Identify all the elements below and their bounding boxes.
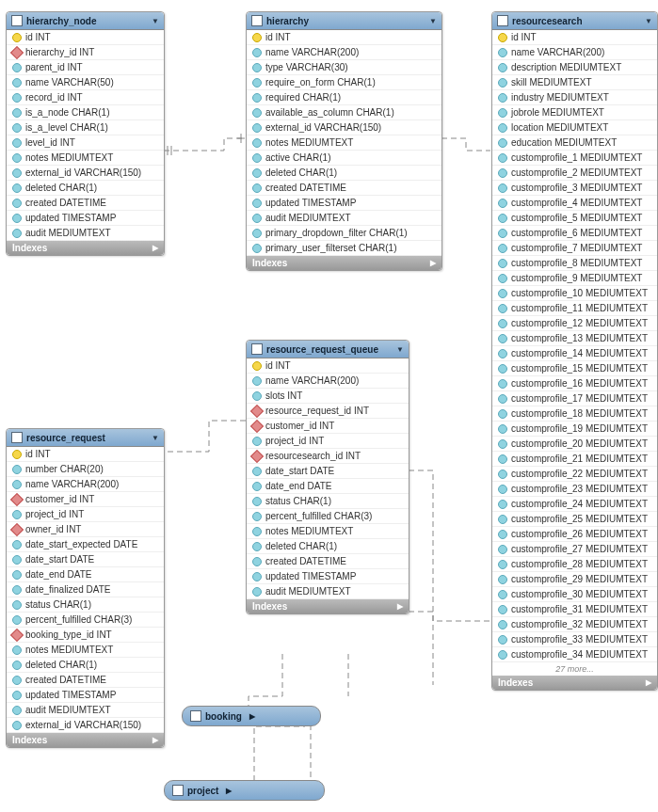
column-row[interactable]: external_id VARCHAR(150): [247, 120, 441, 135]
column-row[interactable]: customprofile_6 MEDIUMTEXT: [492, 226, 657, 241]
column-row[interactable]: external_id VARCHAR(150): [7, 718, 164, 733]
column-row[interactable]: required CHAR(1): [247, 90, 441, 105]
column-row[interactable]: percent_fulfilled CHAR(3): [7, 613, 164, 628]
column-row[interactable]: customprofile_33 MEDIUMTEXT: [492, 632, 657, 647]
column-row[interactable]: location MEDIUMTEXT: [492, 120, 657, 135]
column-row[interactable]: customprofile_27 MEDIUMTEXT: [492, 542, 657, 557]
column-row[interactable]: require_on_form CHAR(1): [247, 75, 441, 90]
column-row[interactable]: record_id INT: [7, 90, 164, 105]
column-row[interactable]: skill MEDIUMTEXT: [492, 75, 657, 90]
column-row[interactable]: deleted CHAR(1): [7, 181, 164, 196]
column-row[interactable]: status CHAR(1): [247, 494, 409, 509]
column-row[interactable]: customprofile_21 MEDIUMTEXT: [492, 452, 657, 467]
table-resource_request_queue[interactable]: resource_request_queue▼id INTname VARCHA…: [246, 340, 409, 614]
column-row[interactable]: customprofile_32 MEDIUMTEXT: [492, 617, 657, 632]
column-row[interactable]: deleted CHAR(1): [247, 539, 409, 554]
column-row[interactable]: updated TIMESTAMP: [7, 688, 164, 703]
collapsed-table-project[interactable]: project▶: [164, 780, 325, 801]
column-row[interactable]: customprofile_11 MEDIUMTEXT: [492, 301, 657, 316]
column-row[interactable]: name VARCHAR(200): [492, 45, 657, 60]
table-resourcesearch[interactable]: resourcesearch▼id INTname VARCHAR(200)de…: [491, 11, 658, 691]
column-row[interactable]: customprofile_34 MEDIUMTEXT: [492, 647, 657, 662]
column-row[interactable]: notes MEDIUMTEXT: [247, 135, 441, 151]
column-row[interactable]: updated TIMESTAMP: [247, 569, 409, 584]
column-row[interactable]: id INT: [7, 447, 164, 462]
column-row[interactable]: audit MEDIUMTEXT: [247, 584, 409, 599]
column-row[interactable]: status CHAR(1): [7, 597, 164, 613]
column-row[interactable]: customprofile_15 MEDIUMTEXT: [492, 361, 657, 376]
column-row[interactable]: resourcesearch_id INT: [247, 449, 409, 464]
column-row[interactable]: jobrole MEDIUMTEXT: [492, 105, 657, 120]
column-row[interactable]: customprofile_29 MEDIUMTEXT: [492, 572, 657, 587]
column-row[interactable]: type VARCHAR(30): [247, 60, 441, 75]
column-row[interactable]: customprofile_9 MEDIUMTEXT: [492, 271, 657, 286]
column-row[interactable]: notes MEDIUMTEXT: [247, 524, 409, 539]
column-row[interactable]: customprofile_31 MEDIUMTEXT: [492, 602, 657, 617]
column-row[interactable]: owner_id INT: [7, 522, 164, 537]
column-row[interactable]: created DATETIME: [247, 181, 441, 196]
column-row[interactable]: customprofile_5 MEDIUMTEXT: [492, 211, 657, 226]
column-row[interactable]: slots INT: [247, 389, 409, 404]
column-row[interactable]: name VARCHAR(200): [247, 374, 409, 389]
collapsed-table-booking[interactable]: booking▶: [182, 706, 321, 726]
column-row[interactable]: primary_dropdown_filter CHAR(1): [247, 226, 441, 241]
column-row[interactable]: hierarchy_id INT: [7, 45, 164, 60]
table-header[interactable]: hierarchy▼: [247, 12, 441, 30]
column-row[interactable]: customprofile_20 MEDIUMTEXT: [492, 437, 657, 452]
column-row[interactable]: date_end DATE: [247, 479, 409, 494]
column-row[interactable]: project_id INT: [247, 434, 409, 449]
table-hierarchy_node[interactable]: hierarchy_node▼id INThierarchy_id INTpar…: [6, 11, 165, 256]
column-row[interactable]: customprofile_2 MEDIUMTEXT: [492, 166, 657, 181]
column-row[interactable]: customprofile_7 MEDIUMTEXT: [492, 241, 657, 256]
column-row[interactable]: date_start DATE: [247, 464, 409, 479]
column-row[interactable]: customprofile_26 MEDIUMTEXT: [492, 527, 657, 542]
column-row[interactable]: external_id VARCHAR(150): [7, 166, 164, 181]
column-row[interactable]: customprofile_8 MEDIUMTEXT: [492, 256, 657, 271]
column-row[interactable]: customprofile_17 MEDIUMTEXT: [492, 391, 657, 406]
indexes-row[interactable]: Indexes▶: [492, 676, 657, 690]
column-row[interactable]: customprofile_25 MEDIUMTEXT: [492, 512, 657, 527]
column-row[interactable]: id INT: [247, 358, 409, 374]
column-row[interactable]: customprofile_18 MEDIUMTEXT: [492, 406, 657, 422]
column-row[interactable]: deleted CHAR(1): [7, 658, 164, 673]
column-row[interactable]: booking_type_id INT: [7, 628, 164, 643]
column-row[interactable]: id INT: [492, 30, 657, 45]
table-hierarchy[interactable]: hierarchy▼id INTname VARCHAR(200)type VA…: [246, 11, 442, 271]
column-row[interactable]: customer_id INT: [7, 492, 164, 507]
column-row[interactable]: date_finalized DATE: [7, 582, 164, 597]
table-header[interactable]: resource_request▼: [7, 429, 164, 447]
column-row[interactable]: name VARCHAR(200): [247, 45, 441, 60]
column-row[interactable]: customprofile_4 MEDIUMTEXT: [492, 196, 657, 211]
column-row[interactable]: audit MEDIUMTEXT: [247, 211, 441, 226]
column-row[interactable]: customer_id INT: [247, 419, 409, 434]
column-row[interactable]: percent_fulfilled CHAR(3): [247, 509, 409, 524]
table-header[interactable]: resource_request_queue▼: [247, 341, 409, 358]
column-row[interactable]: customprofile_10 MEDIUMTEXT: [492, 286, 657, 301]
column-row[interactable]: primary_user_filterset CHAR(1): [247, 241, 441, 256]
column-row[interactable]: customprofile_22 MEDIUMTEXT: [492, 467, 657, 482]
column-row[interactable]: name VARCHAR(200): [7, 477, 164, 492]
column-row[interactable]: available_as_column CHAR(1): [247, 105, 441, 120]
column-row[interactable]: updated TIMESTAMP: [7, 211, 164, 226]
column-row[interactable]: audit MEDIUMTEXT: [7, 226, 164, 241]
column-row[interactable]: date_start DATE: [7, 552, 164, 567]
column-row[interactable]: customprofile_12 MEDIUMTEXT: [492, 316, 657, 331]
column-row[interactable]: number CHAR(20): [7, 462, 164, 477]
indexes-row[interactable]: Indexes▶: [247, 599, 409, 613]
column-row[interactable]: audit MEDIUMTEXT: [7, 703, 164, 718]
column-row[interactable]: customprofile_14 MEDIUMTEXT: [492, 346, 657, 361]
column-row[interactable]: customprofile_19 MEDIUMTEXT: [492, 422, 657, 437]
column-row[interactable]: customprofile_3 MEDIUMTEXT: [492, 181, 657, 196]
column-row[interactable]: description MEDIUMTEXT: [492, 60, 657, 75]
column-row[interactable]: active CHAR(1): [247, 151, 441, 166]
column-row[interactable]: customprofile_24 MEDIUMTEXT: [492, 497, 657, 512]
column-row[interactable]: updated TIMESTAMP: [247, 196, 441, 211]
column-row[interactable]: id INT: [7, 30, 164, 45]
column-row[interactable]: customprofile_28 MEDIUMTEXT: [492, 557, 657, 572]
column-row[interactable]: customprofile_1 MEDIUMTEXT: [492, 151, 657, 166]
column-row[interactable]: customprofile_16 MEDIUMTEXT: [492, 376, 657, 391]
column-row[interactable]: name VARCHAR(50): [7, 75, 164, 90]
column-row[interactable]: notes MEDIUMTEXT: [7, 151, 164, 166]
table-resource_request[interactable]: resource_request▼id INTnumber CHAR(20)na…: [6, 428, 165, 748]
indexes-row[interactable]: Indexes▶: [7, 241, 164, 255]
